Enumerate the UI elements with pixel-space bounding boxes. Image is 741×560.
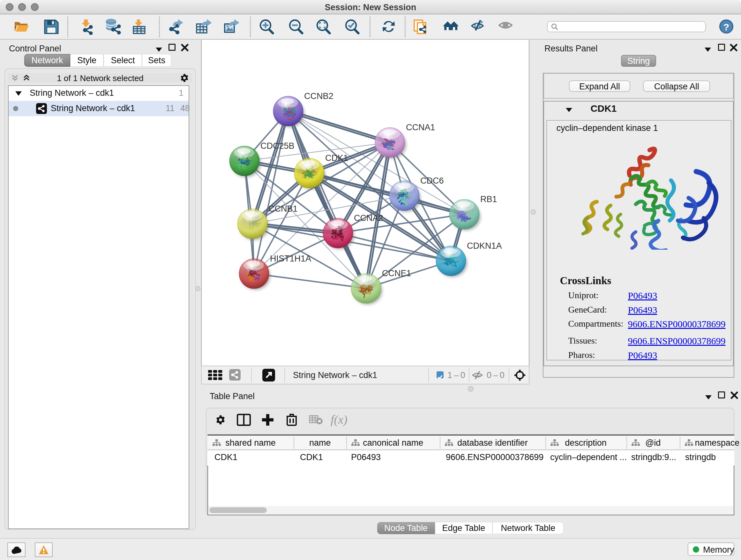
svg-text:CDK1: CDK1 — [325, 153, 348, 163]
svg-text:CCNE1: CCNE1 — [382, 268, 411, 278]
svg-text:CDC25B: CDC25B — [260, 141, 294, 151]
svg-text:CDC6: CDC6 — [420, 176, 444, 186]
svg-text:CCNA2: CCNA2 — [354, 213, 383, 223]
svg-text:CCNB1: CCNB1 — [268, 204, 298, 213]
svg-text:HIST1H1A: HIST1H1A — [270, 254, 311, 263]
svg-text:CCNB2: CCNB2 — [304, 91, 333, 101]
svg-text:CCNA1: CCNA1 — [406, 123, 435, 132]
svg-text:RB1: RB1 — [480, 194, 497, 204]
svg-text:CDKN1A: CDKN1A — [467, 241, 502, 251]
